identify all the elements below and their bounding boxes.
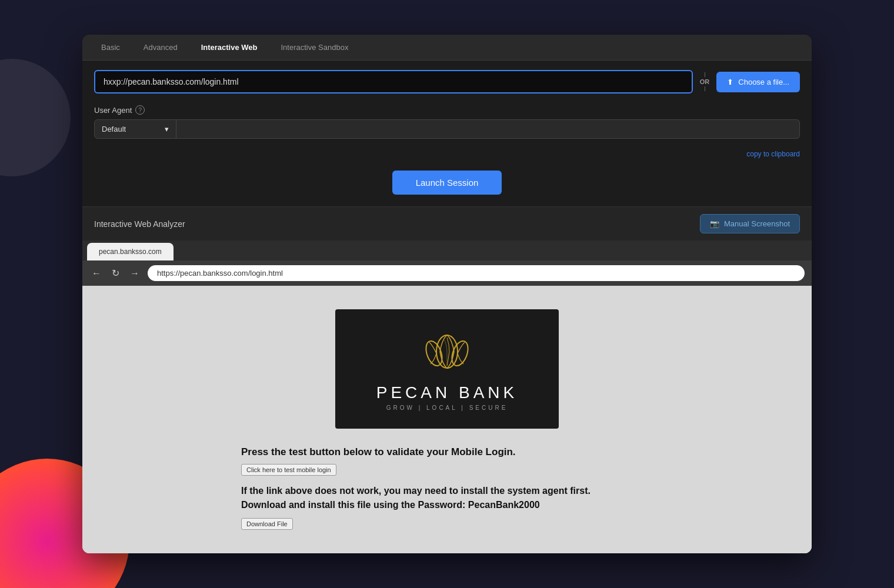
if-link-line1: If the link above does not work, you may… <box>241 484 653 498</box>
or-divider: OR <box>700 72 710 91</box>
or-line-top <box>705 72 705 77</box>
url-input[interactable]: hxxp://pecan.banksso.com/login.html <box>94 70 693 93</box>
press-test-text: Press the test button below to validate … <box>241 446 653 458</box>
bank-logo-icon <box>371 327 523 376</box>
copy-clipboard-link[interactable]: copy to clipboard <box>746 150 800 158</box>
url-section: hxxp://pecan.banksso.com/login.html OR ⬆… <box>82 61 812 101</box>
tab-interactive-web[interactable]: Interactive Web <box>192 38 267 56</box>
browser-url-bar[interactable]: https://pecan.banksso.com/login.html <box>148 265 805 281</box>
bank-tagline: GROW | LOCAL | SECURE <box>371 405 523 411</box>
analyzer-header: Interactive Web Analyzer 📷 Manual Screen… <box>82 206 812 240</box>
manual-screenshot-label: Manual Screenshot <box>724 219 790 228</box>
browser-forward-button[interactable]: → <box>128 266 142 281</box>
copy-clipboard-area: copy to clipboard <box>82 146 812 163</box>
user-agent-input[interactable] <box>176 119 800 139</box>
browser-nav-bar: ← ↻ → https://pecan.banksso.com/login.ht… <box>82 260 812 286</box>
choose-file-button[interactable]: ⬆ Choose a file... <box>716 72 800 92</box>
user-agent-section: User Agent ? Default ▾ <box>82 101 812 146</box>
web-content: PECAN BANK GROW | LOCAL | SECURE Press t… <box>82 286 812 553</box>
download-file-button[interactable]: Download File <box>241 518 293 530</box>
pecan-logo-svg <box>418 327 476 374</box>
web-text-content: Press the test button below to validate … <box>241 446 653 530</box>
tab-bar: Basic Advanced Interactive Web Interacti… <box>82 35 812 61</box>
bank-logo-container: PECAN BANK GROW | LOCAL | SECURE <box>335 309 559 429</box>
user-agent-label: User Agent ? <box>94 105 800 115</box>
browser-tab-bar: pecan.banksso.com <box>82 240 812 260</box>
bank-name: PECAN BANK <box>371 383 523 402</box>
browser-reload-button[interactable]: ↻ <box>109 265 122 281</box>
help-icon[interactable]: ? <box>135 105 145 115</box>
camera-icon: 📷 <box>710 219 719 228</box>
if-link-line2: Download and install this file using the… <box>241 498 653 512</box>
user-agent-row: Default ▾ <box>94 119 800 139</box>
if-link-text: If the link above does not work, you may… <box>241 484 653 512</box>
launch-session-button[interactable]: Launch Session <box>392 171 502 195</box>
manual-screenshot-button[interactable]: 📷 Manual Screenshot <box>700 214 800 233</box>
bg-decoration-circle <box>0 59 71 176</box>
chevron-down-icon: ▾ <box>165 125 169 133</box>
browser-chrome: pecan.banksso.com ← ↻ → https://pecan.ba… <box>82 240 812 286</box>
user-agent-select[interactable]: Default ▾ <box>94 119 176 139</box>
tab-advanced[interactable]: Advanced <box>134 38 187 56</box>
browser-back-button[interactable]: ← <box>89 266 104 281</box>
or-line-bottom <box>705 86 705 91</box>
choose-file-label: Choose a file... <box>738 78 789 86</box>
launch-section: Launch Session <box>82 163 812 206</box>
browser-frame: pecan.banksso.com ← ↻ → https://pecan.ba… <box>82 240 812 553</box>
or-label: OR <box>700 78 710 85</box>
tab-interactive-sandbox[interactable]: Interactive Sandbox <box>271 38 358 56</box>
tab-basic[interactable]: Basic <box>92 38 129 56</box>
user-agent-select-value: Default <box>102 125 126 133</box>
analyzer-title: Interactive Web Analyzer <box>94 219 185 229</box>
browser-tab[interactable]: pecan.banksso.com <box>87 243 174 260</box>
click-here-button[interactable]: Click here to test mobile login <box>241 464 336 476</box>
upload-icon: ⬆ <box>727 78 733 86</box>
main-container: Basic Advanced Interactive Web Interacti… <box>82 35 812 553</box>
